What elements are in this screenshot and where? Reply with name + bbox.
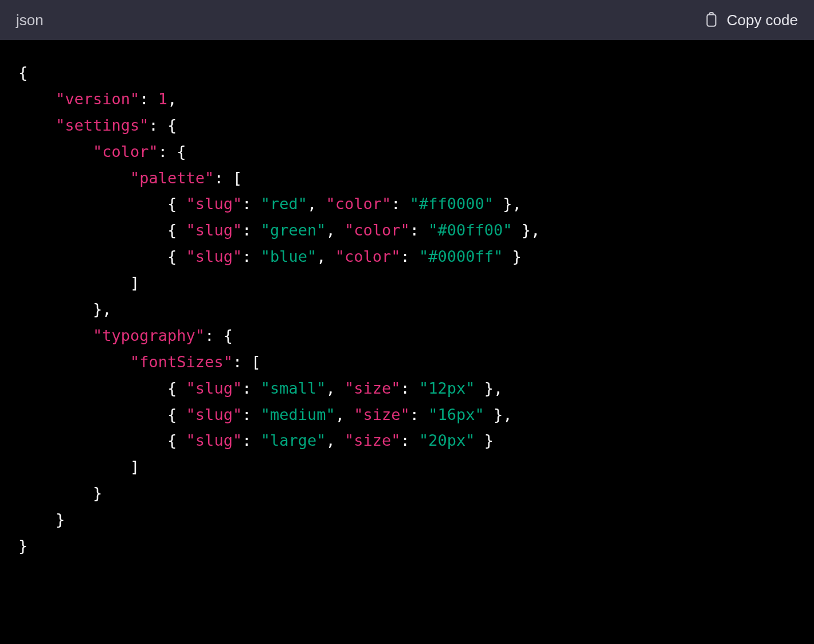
svg-rect-0 — [707, 14, 715, 26]
code-line: "color": { — [18, 139, 796, 165]
code-line: } — [18, 480, 796, 506]
copy-code-label: Copy code — [727, 11, 798, 29]
code-line: "settings": { — [18, 112, 796, 139]
code-line: ] — [18, 270, 796, 296]
code-line: } — [18, 506, 796, 533]
code-line: ] — [18, 454, 796, 480]
code-content: { "version": 1, "settings": { "color": {… — [0, 40, 814, 579]
code-block-header: json Copy code — [0, 0, 814, 40]
code-line: { "slug": "small", "size": "12px" }, — [18, 375, 796, 402]
language-label: json — [16, 11, 44, 29]
code-line: "fontSizes": [ — [18, 349, 796, 375]
copy-code-button[interactable]: Copy code — [704, 11, 798, 29]
code-line: { "slug": "large", "size": "20px" } — [18, 427, 796, 454]
code-line: { "slug": "red", "color": "#ff0000" }, — [18, 191, 796, 217]
code-line: "palette": [ — [18, 165, 796, 191]
code-line: }, — [18, 296, 796, 323]
code-line: { "slug": "medium", "size": "16px" }, — [18, 402, 796, 428]
code-line: { "slug": "green", "color": "#00ff00" }, — [18, 217, 796, 244]
clipboard-icon — [704, 11, 719, 29]
code-line: { "slug": "blue", "color": "#0000ff" } — [18, 244, 796, 270]
code-line: { — [18, 60, 796, 86]
code-line: "typography": { — [18, 323, 796, 349]
code-line: "version": 1, — [18, 86, 796, 112]
code-line: } — [18, 533, 796, 559]
